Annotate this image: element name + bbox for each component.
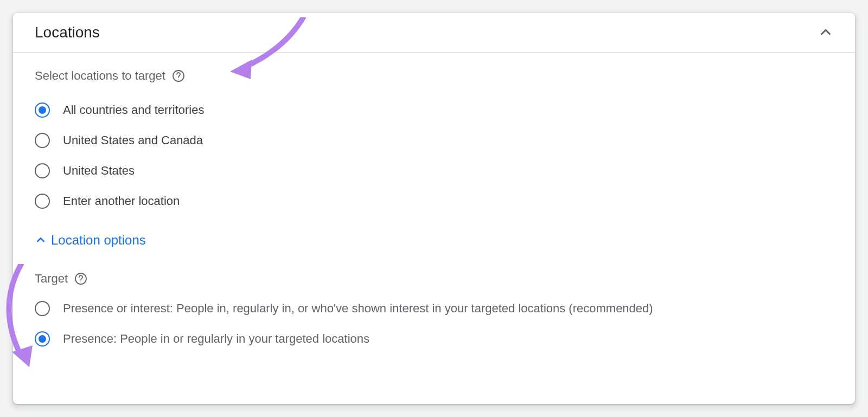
svg-point-4 [81, 281, 81, 282]
help-icon[interactable] [74, 272, 87, 285]
svg-point-2 [178, 79, 178, 79]
target-label-row: Target [35, 272, 833, 286]
collapse-icon[interactable] [818, 25, 833, 40]
radio-label: United States and Canada [63, 133, 203, 147]
select-locations-label: Select locations to target [35, 69, 165, 83]
target-radio-group: Presence or interest: People in, regular… [35, 301, 833, 347]
chevron-up-icon [35, 234, 47, 246]
card-body: Select locations to target All countries… [13, 53, 855, 368]
radio-button-icon [35, 194, 50, 209]
radio-label: Presence: People in or regularly in your… [63, 332, 369, 346]
radio-label: United States [63, 164, 135, 178]
target-label: Target [35, 272, 68, 286]
svg-marker-5 [12, 345, 33, 367]
radio-us-canada[interactable]: United States and Canada [35, 133, 833, 148]
location-options-toggle[interactable]: Location options [35, 233, 833, 248]
locations-card: Locations Select locations to target [13, 13, 855, 404]
radio-button-icon [35, 102, 50, 118]
location-radio-group: All countries and territories United Sta… [35, 102, 833, 209]
card-title: Locations [35, 24, 100, 41]
radio-label: All countries and territories [63, 103, 204, 117]
select-locations-label-row: Select locations to target [35, 69, 833, 83]
radio-label: Presence or interest: People in, regular… [63, 301, 653, 316]
help-icon[interactable] [172, 69, 185, 82]
radio-presence[interactable]: Presence: People in or regularly in your… [35, 331, 833, 347]
radio-button-icon [35, 331, 50, 347]
card-header: Locations [13, 13, 855, 53]
radio-us[interactable]: United States [35, 163, 833, 178]
radio-enter-another[interactable]: Enter another location [35, 194, 833, 209]
radio-button-icon [35, 133, 50, 148]
radio-presence-interest[interactable]: Presence or interest: People in, regular… [35, 301, 833, 316]
radio-all-countries[interactable]: All countries and territories [35, 102, 833, 118]
radio-button-icon [35, 163, 50, 178]
radio-button-icon [35, 301, 50, 316]
radio-label: Enter another location [63, 194, 180, 208]
location-options-label: Location options [51, 233, 146, 248]
